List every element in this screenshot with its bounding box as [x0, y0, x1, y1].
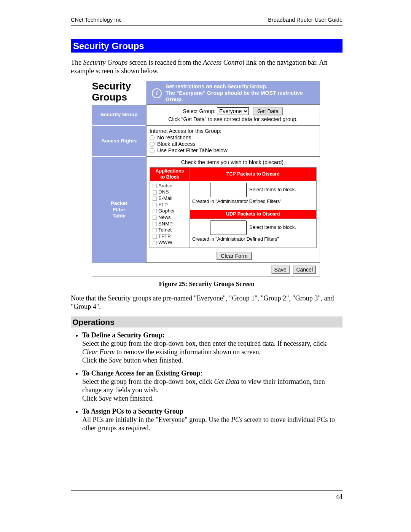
screenshot-title: Security Groups [92, 81, 147, 104]
clear-form-button[interactable]: Clear Form [216, 252, 252, 260]
text-emph: Access Control [203, 59, 244, 66]
checkbox-input[interactable] [153, 184, 157, 189]
checkbox-gopher[interactable]: Gopher [152, 208, 187, 214]
checkbox-label: News [158, 214, 171, 220]
packet-instruction: Check the items you wish to block (disca… [150, 159, 316, 166]
checkbox-input[interactable] [153, 235, 157, 239]
page-number: 44 [336, 493, 342, 501]
text: to Block [160, 174, 179, 180]
op-title: To Assign PCs to a Security Group [82, 407, 183, 415]
checkbox-www[interactable]: WWW [152, 240, 187, 246]
select-group-label: Select Group: [183, 108, 216, 114]
text: button when finished. [122, 356, 183, 364]
security-group-panel: Select Group: Everyone Get Data Click "G… [146, 104, 320, 125]
radio-no-restrictions[interactable]: No restrictions [150, 134, 316, 141]
checkbox-label: Gopher [158, 208, 175, 214]
group-select[interactable]: Everyone [217, 107, 249, 115]
checkbox-email[interactable]: E-Mail [152, 195, 187, 202]
checkbox-input[interactable] [153, 241, 157, 245]
checkbox-snmp[interactable]: SNMP [152, 221, 187, 227]
radio-label: Block all Access [157, 141, 195, 147]
tcp-listbox[interactable] [210, 183, 247, 197]
save-cancel-bar: Save Cancel [92, 263, 320, 276]
operations-heading: Operations [71, 316, 342, 328]
checkbox-label: SNMP [158, 221, 173, 227]
text: Groups [92, 91, 127, 103]
checkbox-news[interactable]: News [152, 214, 187, 221]
col-header-udp: UDP Packets to Discard [190, 210, 316, 219]
cancel-button[interactable]: Cancel [293, 265, 316, 274]
tcp-hint: Select items to block. [249, 187, 296, 192]
text: All PCs are initially in the "Everyone" … [82, 416, 231, 423]
text: Security [92, 80, 131, 92]
checkbox-input[interactable] [153, 222, 157, 226]
list-item: To Change Access for an Existing Group: … [82, 369, 342, 403]
text: : [201, 369, 202, 377]
checkbox-label: Archie [158, 183, 172, 189]
checkbox-label: Telnet [158, 227, 172, 233]
checkbox-ftp[interactable]: FTP [152, 202, 187, 208]
col-header-tcp: TCP Packets to Discard [190, 168, 316, 181]
section-title: Security Groups [71, 39, 342, 53]
checkbox-label: WWW [158, 240, 172, 245]
checkbox-input[interactable] [153, 228, 157, 233]
radio-block-all[interactable]: Block all Access [150, 141, 316, 147]
radio-input[interactable] [150, 142, 155, 147]
radio-label: No restrictions [157, 134, 191, 141]
checkbox-input[interactable] [153, 209, 157, 214]
apps-checkbox-list: Archie DNS E-Mail FTP Gopher News SNMP T… [150, 181, 190, 248]
text-emph: Get Data [214, 378, 239, 385]
row-label-access-rights: Access Rights [92, 125, 147, 157]
text: Click the [82, 356, 109, 364]
header-left: CNet Technology Inc [71, 17, 122, 24]
checkbox-dns[interactable]: DNS [152, 189, 187, 195]
checkbox-label: TFTP [158, 233, 171, 239]
text-emph: Clear Form [82, 348, 115, 356]
text: Applications [156, 168, 184, 174]
text: to remove the existing information shown… [115, 348, 261, 356]
text-emph: PCs [231, 416, 242, 423]
get-data-button[interactable]: Get Data [253, 107, 283, 115]
screenshot-table: Security Groups i Set restrictions on ea… [92, 81, 320, 276]
list-item: To Define a Security Group: Select the g… [82, 331, 342, 365]
checkbox-label: E-Mail [158, 195, 172, 201]
text: Filter [113, 207, 125, 212]
radio-input[interactable] [150, 148, 155, 153]
checkbox-input[interactable] [153, 190, 157, 195]
udp-hint: Select items to block. [249, 224, 296, 230]
footer: 44 [71, 490, 342, 502]
text: when finished. [112, 395, 153, 402]
figure-screenshot: Security Groups i Set restrictions on ea… [92, 81, 342, 276]
text-emph: Save [99, 395, 112, 402]
note-paragraph: Note that the Security groups are pre-na… [71, 294, 342, 311]
text: Packet [111, 200, 127, 206]
save-button[interactable]: Save [271, 265, 290, 274]
checkbox-input[interactable] [153, 216, 157, 220]
checkbox-label: FTP [158, 202, 168, 208]
tcp-created-note: Created in "Admininstrator Defined Filte… [192, 199, 314, 204]
radio-packet-filter[interactable]: Use Packet Filter Table below [150, 147, 316, 154]
checkbox-tftp[interactable]: TFTP [152, 233, 187, 240]
text: screen is reached from the [127, 59, 203, 66]
packet-filter-panel: Check the items you wish to block (disca… [146, 157, 320, 263]
checkbox-input[interactable] [153, 203, 157, 207]
col-header-apps: Applications to Block [150, 168, 190, 181]
page-header: CNet Technology Inc Broadband Router Use… [71, 17, 342, 24]
radio-input[interactable] [150, 135, 155, 140]
list-item: To Assign PCs to a Security Group All PC… [82, 407, 342, 433]
checkbox-archie[interactable]: Archie [152, 183, 187, 189]
select-group-hint: Click "Get Data" to see correct data for… [150, 116, 316, 123]
udp-listbox[interactable] [210, 220, 247, 235]
op-title: To Define a Security Group: [82, 331, 165, 339]
info-icon: i [152, 88, 162, 98]
packet-inner-table: Applications to Block TCP Packets to Dis… [150, 167, 316, 248]
checkbox-input[interactable] [153, 197, 157, 201]
checkbox-telnet[interactable]: Telnet [152, 227, 187, 233]
access-rights-heading: Internet Access for this Group: [150, 128, 316, 134]
page: CNet Technology Inc Broadband Router Use… [0, 0, 411, 532]
access-rights-panel: Internet Access for this Group: No restr… [146, 125, 320, 157]
checkbox-label: DNS [158, 189, 169, 195]
text: Select the group from the drop-down box,… [82, 378, 214, 385]
info-text: Set restrictions on each Security Group.… [166, 83, 314, 103]
text: Select the group from the drop-down box,… [82, 340, 327, 347]
